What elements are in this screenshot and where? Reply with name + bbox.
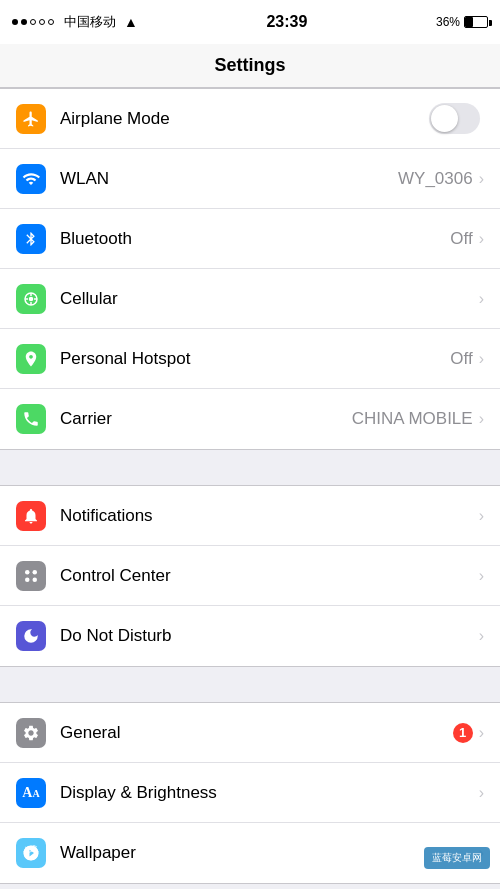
display-chevron: ›: [479, 784, 484, 802]
status-right: 36%: [436, 15, 488, 29]
row-bluetooth[interactable]: Bluetooth Off ›: [0, 209, 500, 269]
battery-icon: [464, 16, 488, 28]
airplane-toggle[interactable]: [429, 103, 480, 134]
dot1: [12, 19, 18, 25]
row-dnd[interactable]: Do Not Disturb ›: [0, 606, 500, 666]
dnd-chevron: ›: [479, 627, 484, 645]
hotspot-chevron: ›: [479, 350, 484, 368]
watermark: 蓝莓安卓网: [424, 847, 490, 869]
cellular-icon: [16, 284, 46, 314]
row-display[interactable]: AA Display & Brightness ›: [0, 763, 500, 823]
wlan-chevron: ›: [479, 170, 484, 188]
row-notifications[interactable]: Notifications ›: [0, 486, 500, 546]
general-chevron: ›: [479, 724, 484, 742]
wallpaper-icon: [16, 838, 46, 868]
wallpaper-label: Wallpaper: [60, 843, 479, 863]
carrier-label: 中国移动: [64, 13, 116, 31]
dot4: [39, 19, 45, 25]
wifi-status-icon: ▲: [124, 14, 138, 30]
airplane-toggle-thumb: [431, 105, 458, 132]
dot5: [48, 19, 54, 25]
svg-point-9: [33, 577, 38, 582]
status-left: 中国移动 ▲: [12, 13, 138, 31]
bluetooth-label: Bluetooth: [60, 229, 450, 249]
signal-dots: [12, 19, 54, 25]
hotspot-value: Off: [450, 349, 472, 369]
wlan-label: WLAN: [60, 169, 398, 189]
notifications-label: Notifications: [60, 506, 479, 526]
control-center-label: Control Center: [60, 566, 479, 586]
airplane-icon: [16, 104, 46, 134]
dot3: [30, 19, 36, 25]
bluetooth-chevron: ›: [479, 230, 484, 248]
notifications-chevron: ›: [479, 507, 484, 525]
section-gap-2: [0, 667, 500, 702]
svg-point-6: [25, 570, 30, 575]
row-hotspot[interactable]: Personal Hotspot Off ›: [0, 329, 500, 389]
row-control-center[interactable]: Control Center ›: [0, 546, 500, 606]
control-center-chevron: ›: [479, 567, 484, 585]
svg-point-7: [33, 570, 38, 575]
nav-header: Settings: [0, 44, 500, 88]
carrier-value: CHINA MOBILE: [352, 409, 473, 429]
hotspot-icon: [16, 344, 46, 374]
wlan-icon: [16, 164, 46, 194]
row-cellular[interactable]: Cellular ›: [0, 269, 500, 329]
carrier-chevron: ›: [479, 410, 484, 428]
section-notifications: Notifications › Control Center › Do Not …: [0, 485, 500, 667]
dnd-label: Do Not Disturb: [60, 626, 479, 646]
airplane-label: Airplane Mode: [60, 109, 429, 129]
control-center-icon: [16, 561, 46, 591]
general-badge: 1: [453, 723, 473, 743]
battery-percent: 36%: [436, 15, 460, 29]
cellular-chevron: ›: [479, 290, 484, 308]
bluetooth-value: Off: [450, 229, 472, 249]
dnd-icon: [16, 621, 46, 651]
carrier-label-row: Carrier: [60, 409, 352, 429]
carrier-icon: [16, 404, 46, 434]
row-wlan[interactable]: WLAN WY_0306 ›: [0, 149, 500, 209]
display-icon: AA: [16, 778, 46, 808]
display-label: Display & Brightness: [60, 783, 479, 803]
general-icon: [16, 718, 46, 748]
general-label: General: [60, 723, 453, 743]
svg-point-8: [25, 577, 30, 582]
dot2: [21, 19, 27, 25]
bluetooth-icon: [16, 224, 46, 254]
notifications-icon: [16, 501, 46, 531]
row-airplane[interactable]: Airplane Mode: [0, 89, 500, 149]
row-general[interactable]: General 1 ›: [0, 703, 500, 763]
status-time: 23:39: [266, 13, 307, 31]
wlan-value: WY_0306: [398, 169, 473, 189]
hotspot-label: Personal Hotspot: [60, 349, 450, 369]
page-title: Settings: [214, 55, 285, 76]
cellular-label: Cellular: [60, 289, 479, 309]
row-carrier[interactable]: Carrier CHINA MOBILE ›: [0, 389, 500, 449]
section-gap-1: [0, 450, 500, 485]
status-bar: 中国移动 ▲ 23:39 36%: [0, 0, 500, 44]
svg-point-1: [29, 296, 34, 301]
section-connectivity: Airplane Mode WLAN WY_0306 › Bluetooth O…: [0, 88, 500, 450]
